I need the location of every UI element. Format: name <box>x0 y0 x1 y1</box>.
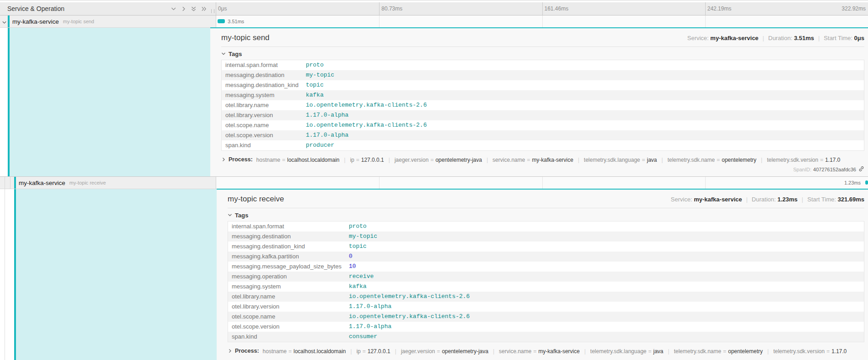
process-tag-key: ip <box>350 157 354 163</box>
tag-value: io.opentelemetry.kafka-clients-2.6 <box>302 100 864 110</box>
span-overview: Service: my-kafka-service|Duration: 3.51… <box>687 35 864 41</box>
tag-value: 1.17.0-alpha <box>345 302 864 312</box>
tag-row: messaging.kafka.partition0 <box>228 252 864 262</box>
tag-value: topic <box>345 242 864 252</box>
tree-indent-guide <box>10 177 10 189</box>
tag-key: otel.library.name <box>222 100 302 110</box>
equals-sign: = <box>721 348 728 355</box>
span-row: my-kafka-service my-topic receive 1.23ms <box>0 177 868 189</box>
selection-highlight <box>16 189 217 360</box>
collapse-controls <box>171 6 207 12</box>
tag-row: otel.library.version1.17.0-alpha <box>228 302 864 312</box>
ruler-tick: 161.46ms <box>542 2 543 15</box>
separator: | <box>746 196 748 203</box>
span-name-cell[interactable]: my-kafka-service my-topic receive <box>0 177 216 189</box>
tag-value: kafka <box>302 90 864 100</box>
span-operation-name: my-topic send <box>63 19 94 24</box>
tag-value: 1.17.0-alpha <box>345 322 864 332</box>
process-tag-value: my-kafka-service <box>532 157 573 163</box>
span-timeline-cell[interactable]: 3.51ms <box>216 15 868 27</box>
divider <box>221 46 864 47</box>
tag-value: topic <box>302 80 864 90</box>
chevron-right-icon[interactable] <box>181 6 187 12</box>
span-duration-bar[interactable] <box>218 19 225 23</box>
tag-row: messaging.operationreceive <box>228 272 864 282</box>
span-color-bar <box>14 177 16 189</box>
process-tag-key: service.name <box>493 157 525 163</box>
process-tag-key: telemetry.sdk.language <box>584 157 640 163</box>
tag-key: otel.library.version <box>228 302 345 312</box>
process-accordion-header[interactable]: Process: hostname=localhost.localdomain|… <box>228 347 864 355</box>
tags-accordion-title: Tags <box>229 51 242 57</box>
selection-highlight <box>10 28 210 176</box>
tag-value: proto <box>345 221 864 232</box>
column-resize-handle[interactable] <box>211 9 214 13</box>
tags-accordion-header[interactable]: Tags <box>221 49 864 59</box>
span-timeline-cell[interactable]: 1.23ms <box>216 177 868 189</box>
span-duration-bar[interactable] <box>865 180 868 185</box>
chevron-down-icon[interactable] <box>171 6 177 12</box>
tag-row: otel.scope.version1.17.0-alpha <box>228 322 864 332</box>
copy-link-icon[interactable] <box>858 165 864 174</box>
separator: | <box>584 348 586 355</box>
process-tag-value: opentelemetry <box>728 348 763 355</box>
tag-key: messaging.system <box>222 90 302 100</box>
process-summary: hostname=localhost.localdomain|ip=127.0.… <box>263 347 847 355</box>
equals-sign: = <box>640 157 647 163</box>
tag-key: messaging.system <box>228 282 345 292</box>
overview-label: Duration: <box>768 35 794 41</box>
tag-value: my-topic <box>302 70 864 80</box>
ruler-tick-label: 80.73ms <box>381 5 402 12</box>
overview-value: 0μs <box>854 35 864 41</box>
tag-key: internal.span.format <box>228 221 345 232</box>
equals-sign: = <box>825 348 832 355</box>
process-accordion-header[interactable]: Process: hostname=localhost.localdomain|… <box>221 155 864 164</box>
process-tag-key: telemetry.sdk.name <box>674 348 721 355</box>
tag-row: otel.library.version1.17.0-alpha <box>222 110 864 120</box>
process-tag-value: opentelemetry <box>722 157 756 163</box>
overview-value: my-kafka-service <box>694 196 742 203</box>
span-service-name: my-kafka-service <box>19 180 65 186</box>
span-name-cell[interactable]: my-kafka-service my-topic send <box>0 15 216 27</box>
tag-value: 10 <box>345 262 864 272</box>
tags-accordion-title: Tags <box>235 212 248 219</box>
separator: | <box>350 348 352 355</box>
process-label: Process: <box>229 156 253 163</box>
span-tree-line <box>14 189 16 360</box>
span-service-name: my-kafka-service <box>12 18 59 25</box>
overview-value: 1.23ms <box>777 196 797 203</box>
overview-label: Start Time: <box>824 35 854 41</box>
span-id-row: SpanID: 407276152aafdc36 <box>221 166 864 173</box>
separator: | <box>389 157 390 163</box>
tag-key: otel.scope.name <box>222 120 302 130</box>
double-chevron-down-icon[interactable] <box>191 6 197 12</box>
tags-accordion-header[interactable]: Tags <box>228 210 864 220</box>
tag-row: messaging.destinationmy-topic <box>222 70 864 80</box>
span-detail-row: my-topic send Service: my-kafka-service|… <box>0 27 868 177</box>
process-tag-key: service.name <box>499 348 531 355</box>
collapse-toggle-chevron-down-icon[interactable] <box>2 19 7 27</box>
tag-value: io.opentelemetry.kafka-clients-2.6 <box>345 292 864 302</box>
separator: | <box>344 157 345 163</box>
tag-row: otel.library.nameio.opentelemetry.kafka-… <box>222 100 864 110</box>
ruler-tick-label: 242.19ms <box>707 5 732 12</box>
tag-key: internal.span.format <box>222 60 302 71</box>
equals-sign: = <box>525 157 532 163</box>
tag-value: io.opentelemetry.kafka-clients-2.6 <box>345 312 864 322</box>
double-chevron-right-icon[interactable] <box>201 6 207 12</box>
accordion-chevron-right-icon <box>228 347 232 355</box>
separator: | <box>493 348 494 355</box>
tags-table: internal.span.formatprotomessaging.desti… <box>228 221 864 342</box>
span-duration-label: 1.23ms <box>844 180 861 185</box>
tag-key: otel.library.version <box>222 110 302 120</box>
span-id-value: 407276152aafdc36 <box>813 167 856 172</box>
timeline-ruler[interactable]: 0μs80.73ms161.46ms242.19ms322.92ms <box>216 2 868 15</box>
span-overview: Service: my-kafka-service|Duration: 1.23… <box>671 196 864 203</box>
separator: | <box>578 157 579 163</box>
process-tag-key: hostname <box>256 157 281 163</box>
process-tag-value: 127.0.0.1 <box>368 348 390 355</box>
process-label: Process: <box>235 348 259 354</box>
overview-value: my-kafka-service <box>710 35 759 41</box>
tree-indent-guide <box>5 189 5 360</box>
ruler-tick-label: 0μs <box>218 5 227 12</box>
